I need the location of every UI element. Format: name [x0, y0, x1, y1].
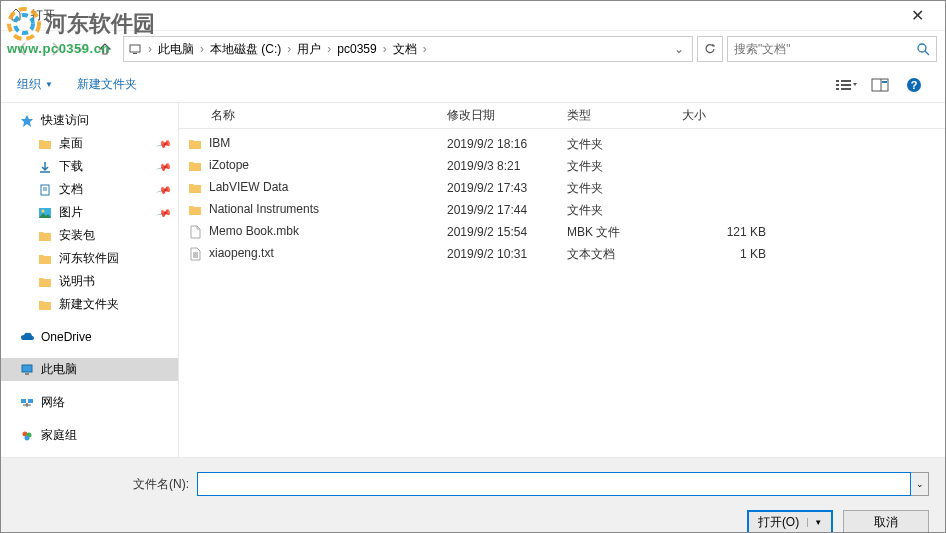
svg-rect-8 — [836, 84, 839, 86]
file-type: 文件夹 — [559, 180, 674, 197]
folder-icon — [187, 158, 203, 174]
search-input[interactable] — [734, 42, 916, 56]
file-name: xiaopeng.txt — [209, 246, 274, 260]
breadcrumb-item[interactable]: 本地磁盘 (C:) — [206, 41, 285, 58]
folder-icon — [187, 180, 203, 196]
breadcrumb-item[interactable]: pc0359 — [333, 42, 380, 56]
pc-icon — [19, 362, 35, 378]
pin-icon: 📌 — [156, 182, 172, 198]
file-date: 2019/9/2 17:44 — [439, 203, 559, 217]
sidebar-pictures[interactable]: 图片 📌 — [1, 201, 178, 224]
breadcrumb-item[interactable]: 用户 — [293, 41, 325, 58]
svg-rect-7 — [841, 80, 851, 82]
sidebar-quick-access[interactable]: 快速访问 — [1, 109, 178, 132]
column-size[interactable]: 大小 — [674, 107, 774, 124]
file-row[interactable]: xiaopeng.txt2019/9/2 10:31文本文档1 KB — [179, 243, 945, 265]
download-icon — [37, 159, 53, 175]
column-type[interactable]: 类型 — [559, 107, 674, 124]
new-folder-button[interactable]: 新建文件夹 — [77, 76, 137, 93]
dropdown-icon: ▼ — [45, 80, 53, 89]
app-icon — [9, 8, 25, 24]
up-button[interactable] — [91, 36, 119, 62]
file-row[interactable]: National Instruments2019/9/2 17:44文件夹 — [179, 199, 945, 221]
footer: 文件名(N): ⌄ 打开(O) ▼ 取消 — [1, 457, 945, 533]
svg-rect-2 — [130, 45, 140, 52]
file-name: IBM — [209, 136, 230, 150]
file-name: LabVIEW Data — [209, 180, 288, 194]
help-button[interactable]: ? — [899, 73, 929, 97]
file-name: National Instruments — [209, 202, 319, 216]
svg-rect-6 — [836, 80, 839, 82]
search-icon[interactable] — [916, 42, 930, 56]
filename-label: 文件名(N): — [17, 476, 197, 493]
sidebar-this-pc[interactable]: 此电脑 — [1, 358, 178, 381]
sidebar-hedong[interactable]: 河东软件园 — [1, 247, 178, 270]
chevron-right-icon: › — [325, 42, 333, 56]
back-button[interactable] — [9, 36, 37, 62]
svg-rect-24 — [21, 399, 26, 403]
filename-input[interactable] — [197, 472, 911, 496]
sidebar-downloads[interactable]: 下载 📌 — [1, 155, 178, 178]
file-row[interactable]: Memo Book.mbk2019/9/2 15:54MBK 文件121 KB — [179, 221, 945, 243]
sidebar-network[interactable]: 网络 — [1, 391, 178, 414]
sort-asc-icon: ⌃ — [479, 109, 487, 119]
sidebar-homegroup[interactable]: 家庭组 — [1, 424, 178, 447]
column-headers: 名称 ⌃ 修改日期 类型 大小 — [179, 103, 945, 129]
txt-icon — [187, 246, 203, 262]
sidebar-desktop[interactable]: 桌面 📌 — [1, 132, 178, 155]
sidebar-onedrive[interactable]: OneDrive — [1, 326, 178, 348]
chevron-right-icon: › — [421, 42, 429, 56]
network-icon — [19, 395, 35, 411]
file-date: 2019/9/2 17:43 — [439, 181, 559, 195]
file-row[interactable]: iZotope2019/9/3 8:21文件夹 — [179, 155, 945, 177]
breadcrumb-item[interactable]: 文档 — [389, 41, 421, 58]
svg-rect-11 — [841, 88, 851, 90]
file-row[interactable]: IBM2019/9/2 18:16文件夹 — [179, 133, 945, 155]
svg-rect-14 — [882, 81, 887, 83]
svg-rect-25 — [28, 399, 33, 403]
cancel-button[interactable]: 取消 — [843, 510, 929, 533]
filename-dropdown[interactable]: ⌄ — [911, 472, 929, 496]
recent-dropdown[interactable] — [73, 36, 87, 62]
breadcrumb-dropdown-icon[interactable]: ⌄ — [674, 42, 684, 56]
breadcrumb[interactable]: › 此电脑 › 本地磁盘 (C:) › 用户 › pc0359 › 文档 › ⌄ — [123, 36, 693, 62]
view-options-button[interactable] — [831, 73, 861, 97]
folder-icon — [37, 274, 53, 290]
svg-text:?: ? — [911, 79, 918, 91]
folder-icon — [37, 228, 53, 244]
breadcrumb-item[interactable]: 此电脑 — [154, 41, 198, 58]
navbar: › 此电脑 › 本地磁盘 (C:) › 用户 › pc0359 › 文档 › ⌄ — [1, 31, 945, 67]
sidebar-manual[interactable]: 说明书 — [1, 270, 178, 293]
sidebar-installer[interactable]: 安装包 — [1, 224, 178, 247]
svg-rect-22 — [22, 365, 32, 372]
column-name[interactable]: 名称 ⌃ — [179, 107, 439, 124]
open-button[interactable]: 打开(O) ▼ — [747, 510, 833, 533]
pin-icon: 📌 — [156, 205, 172, 221]
file-type: 文件夹 — [559, 202, 674, 219]
chevron-right-icon: › — [198, 42, 206, 56]
column-date[interactable]: 修改日期 — [439, 107, 559, 124]
folder-icon — [37, 251, 53, 267]
sidebar-newfolder[interactable]: 新建文件夹 — [1, 293, 178, 316]
file-list: 名称 ⌃ 修改日期 类型 大小 IBM2019/9/2 18:16文件夹iZot… — [179, 103, 945, 457]
file-type: 文本文档 — [559, 246, 674, 263]
svg-rect-23 — [25, 373, 29, 375]
preview-pane-button[interactable] — [865, 73, 895, 97]
search-box[interactable] — [727, 36, 937, 62]
file-type: MBK 文件 — [559, 224, 674, 241]
chevron-right-icon: › — [381, 42, 389, 56]
star-icon — [19, 113, 35, 129]
refresh-button[interactable] — [697, 36, 723, 62]
svg-point-4 — [918, 44, 926, 52]
organize-button[interactable]: 组织 ▼ — [17, 76, 53, 93]
file-row[interactable]: LabVIEW Data2019/9/2 17:43文件夹 — [179, 177, 945, 199]
file-date: 2019/9/2 10:31 — [439, 247, 559, 261]
file-name: iZotope — [209, 158, 249, 172]
window-title: 打开 — [31, 7, 897, 24]
sidebar-documents[interactable]: 文档 📌 — [1, 178, 178, 201]
svg-point-30 — [25, 435, 30, 440]
onedrive-icon — [19, 329, 35, 345]
close-button[interactable]: ✕ — [897, 6, 937, 25]
forward-button[interactable] — [41, 36, 69, 62]
file-date: 2019/9/2 18:16 — [439, 137, 559, 151]
